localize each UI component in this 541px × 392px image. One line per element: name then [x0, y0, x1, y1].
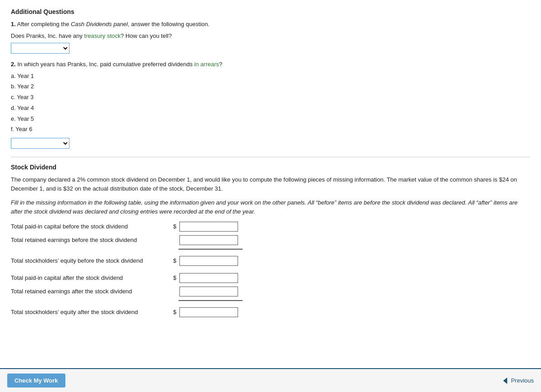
question-2-block: 2. In which years has Pranks, Inc. paid … [11, 60, 530, 149]
year-item-f: f. Year 6 [11, 125, 530, 134]
stock-dividend-title: Stock Dividend [11, 164, 530, 171]
before-retained-row: Total retained earnings before the stock… [11, 234, 530, 246]
after-paid-in-label: Total paid-in capital after the stock di… [11, 274, 173, 282]
before-equity-row: Total stockholders’ equity before the st… [11, 255, 530, 267]
before-fields-group: Total paid-in capital before the stock d… [11, 221, 530, 267]
q1-dropdown-row: Yes No [11, 43, 530, 54]
after-fields-group: Total paid-in capital after the stock di… [11, 272, 530, 318]
q2-text-after: ? [219, 61, 222, 68]
year-item-e: e. Year 5 [11, 114, 530, 124]
stock-dividend-para2: Fill in the missing information in the f… [11, 198, 530, 216]
before-equity-label: Total stockholders’ equity before the st… [11, 257, 173, 265]
q1-select[interactable]: Yes No [11, 43, 69, 54]
main-content: Additional Questions 1. After completing… [0, 0, 541, 368]
after-equity-row: Total stockholders’ equity after the sto… [11, 306, 530, 318]
after-retained-label: Total retained earnings after the stock … [11, 287, 173, 296]
after-underline [179, 300, 243, 301]
after-paid-in-input[interactable] [179, 273, 238, 283]
question-2-text: 2. In which years has Pranks, Inc. paid … [11, 60, 530, 69]
before-retained-input[interactable] [179, 235, 238, 245]
before-retained-label: Total retained earnings before the stock… [11, 236, 173, 244]
q2-label: 2. [11, 61, 16, 68]
q1-text-before: After completing the [17, 21, 71, 27]
after-equity-input[interactable] [179, 307, 238, 317]
q1-label: 1. [11, 21, 16, 27]
q1-highlight: treasury stock [84, 32, 121, 39]
year-item-c: c. Year 3 [11, 93, 530, 102]
section-divider [11, 157, 530, 157]
stock-dividend-section: Stock Dividend The company declared a 2%… [11, 164, 530, 318]
before-underline [179, 249, 243, 250]
after-equity-label: Total stockholders’ equity after the sto… [11, 308, 173, 316]
q1-italic: Cash Dividends panel [71, 21, 128, 27]
previous-label: Previous [511, 377, 534, 384]
stock-dividend-para1: The company declared a 2% common stock d… [11, 175, 530, 193]
after-equity-dollar: $ [173, 309, 179, 315]
after-paid-in-dollar: $ [173, 274, 179, 281]
chevron-left-icon [503, 378, 507, 384]
year-item-d: d. Year 4 [11, 104, 530, 113]
before-equity-input[interactable] [179, 256, 238, 266]
q2-dropdown-row: Year 1 Year 2 Year 3 Year 4 Year 5 Year … [11, 138, 530, 149]
before-equity-dollar: $ [173, 257, 179, 264]
before-retained-dollar-spacer [173, 237, 179, 243]
after-retained-row: Total retained earnings after the stock … [11, 286, 530, 297]
page-heading: Additional Questions [11, 8, 530, 15]
q1-text-after: , answer the following question. [128, 21, 209, 27]
after-paid-in-row: Total paid-in capital after the stock di… [11, 272, 530, 284]
year-list: a. Year 1 b. Year 2 c. Year 3 d. Year 4 … [11, 72, 530, 135]
q2-highlight: in arrears [194, 61, 219, 68]
question-1-block: 1. After completing the Cash Dividends p… [11, 20, 530, 54]
q2-text-before: In which years has Pranks, Inc. paid cum… [17, 61, 194, 68]
question-1-subtext: Does Pranks, Inc. have any treasury stoc… [11, 32, 530, 41]
previous-button[interactable]: Previous [503, 377, 534, 384]
before-paid-in-label: Total paid-in capital before the stock d… [11, 223, 173, 231]
q1-subtext-end: ? How can you tell? [121, 32, 172, 39]
after-retained-input[interactable] [179, 287, 238, 296]
check-my-work-button[interactable]: Check My Work [7, 374, 65, 387]
before-paid-in-dollar: $ [173, 223, 179, 230]
year-item-a: a. Year 1 [11, 72, 530, 81]
before-paid-in-input[interactable] [179, 222, 238, 232]
after-retained-dollar-spacer [173, 288, 179, 295]
bottom-bar: Check My Work Previous [0, 368, 541, 392]
before-paid-in-row: Total paid-in capital before the stock d… [11, 221, 530, 232]
year-item-b: b. Year 2 [11, 82, 530, 91]
question-1-text: 1. After completing the Cash Dividends p… [11, 20, 530, 29]
q1-subtext: Does Pranks, Inc. have any [11, 32, 84, 39]
q2-select[interactable]: Year 1 Year 2 Year 3 Year 4 Year 5 Year … [11, 138, 69, 149]
